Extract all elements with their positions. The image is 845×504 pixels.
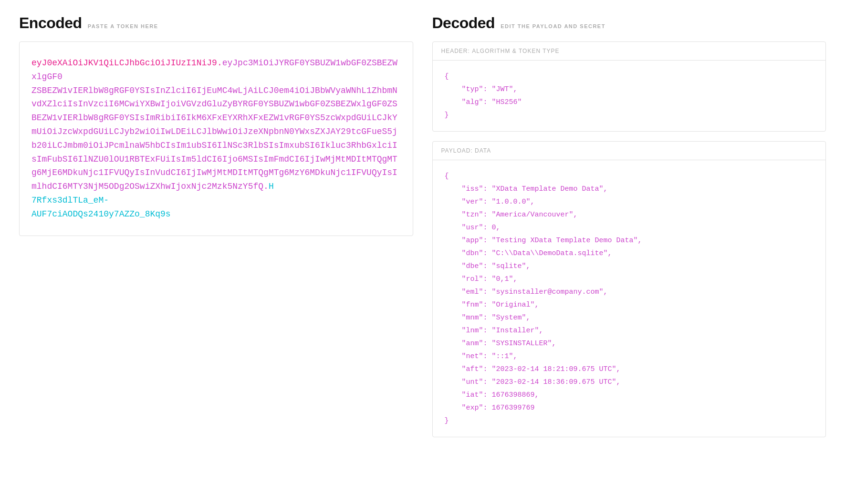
payload-iat-key: "iat" (462, 391, 483, 399)
payload-dbe-value: "sqlite", (492, 262, 531, 270)
payload-iss-key: "iss" (462, 185, 483, 193)
decoded-title: Decoded (432, 14, 495, 32)
encoded-header: Encoded PASTE A TOKEN HERE (19, 14, 413, 32)
payload-tzn-value: "America/Vancouver", (492, 211, 578, 219)
payload-net-value: "::1", (492, 352, 518, 360)
token-payload-part: eyJpc3MiOiJYRGF0YSBUZW1wbGF0ZSBEZWxlgGF0… (31, 58, 397, 191)
payload-app-key: "app" (462, 237, 483, 245)
payload-section: PAYLOAD: DATA { "iss": "XData Template D… (432, 141, 826, 437)
encoded-panel: Encoded PASTE A TOKEN HERE eyJ0eXAiOiJKV… (19, 14, 413, 490)
payload-rol-key: "rol" (462, 275, 483, 283)
decoded-panel: Decoded EDIT THE PAYLOAD AND SECRET HEAD… (432, 14, 826, 490)
header-open-brace: { (445, 72, 449, 81)
payload-aft-value: "2023-02-14 18:21:09.675 UTC", (492, 365, 621, 373)
payload-anm-value: "SYSINSTALLER", (492, 339, 556, 348)
payload-usr-key: "usr" (462, 224, 483, 232)
header-colon-2: : (483, 98, 492, 106)
payload-anm-key: "anm" (462, 339, 483, 348)
payload-net-key: "net" (462, 352, 483, 360)
payload-lnm-key: "lnm" (462, 327, 483, 335)
decoded-subtitle: EDIT THE PAYLOAD AND SECRET (501, 23, 605, 29)
payload-ver-key: "ver" (462, 198, 483, 206)
decoded-header: Decoded EDIT THE PAYLOAD AND SECRET (432, 14, 826, 32)
payload-unt-key: "unt" (462, 378, 483, 386)
encoded-token-box[interactable]: eyJ0eXAiOiJKV1QiLCJhbGciOiJIUzI1NiJ9.eyJ… (19, 41, 413, 236)
payload-exp-key: "exp" (462, 404, 483, 412)
payload-section-label: PAYLOAD: DATA (433, 142, 826, 160)
payload-unt-value: "2023-02-14 18:36:09.675 UTC", (492, 378, 621, 386)
payload-section-body[interactable]: { "iss": "XData Template Demo Data", "ve… (433, 160, 826, 437)
payload-rol-value: "0,1", (492, 275, 518, 283)
payload-close-brace: } (445, 417, 449, 425)
header-section-label: HEADER: ALGORITHM & TOKEN TYPE (433, 42, 826, 61)
payload-eml-value: "sysinstaller@company.com", (492, 288, 608, 296)
payload-iss-value: "XData Template Demo Data", (492, 185, 608, 193)
payload-sublabel: DATA (475, 147, 491, 154)
payload-label: PAYLOAD: (441, 147, 473, 154)
header-sublabel: ALGORITHM & TOKEN TYPE (472, 48, 559, 54)
encoded-title: Encoded (19, 14, 82, 32)
header-colon-1: : (483, 85, 492, 93)
header-alg-key: "alg" (462, 98, 483, 106)
header-alg-value: "HS256" (492, 98, 522, 106)
payload-lnm-value: "Installer", (492, 327, 543, 335)
payload-ver-value: "1.0.0.0", (492, 198, 535, 206)
header-close-brace: } (445, 111, 449, 119)
header-section-body[interactable]: { "typ": "JWT", "alg": "HS256" } (433, 61, 826, 131)
payload-iat-value: 1676398869 (492, 391, 535, 399)
payload-tzn-key: "tzn" (462, 211, 483, 219)
encoded-subtitle: PASTE A TOKEN HERE (88, 23, 158, 29)
payload-mnm-key: "mnm" (462, 314, 483, 322)
payload-usr-value: 0 (492, 224, 496, 232)
payload-dbn-key: "dbn" (462, 249, 483, 257)
token-dot-2: . (263, 182, 269, 191)
header-section: HEADER: ALGORITHM & TOKEN TYPE { "typ": … (432, 41, 826, 132)
payload-mnm-value: "System", (492, 314, 531, 322)
payload-exp-value: 1676399769 (492, 404, 535, 412)
payload-fnm-value: "Original", (492, 301, 539, 309)
header-typ-value: "JWT", (492, 85, 518, 93)
token-dot-1: . (217, 58, 222, 68)
payload-dbe-key: "dbe" (462, 262, 483, 270)
payload-eml-key: "eml" (462, 288, 483, 296)
payload-app-value: "Testing XData Template Demo Data", (492, 237, 642, 245)
token-header-part: eyJ0eXAiOiJKV1QiLCJhbGciOiJIUzI1NiJ9 (31, 58, 217, 68)
header-label: HEADER: (441, 48, 470, 54)
payload-fnm-key: "fnm" (462, 301, 483, 309)
header-typ-key: "typ" (462, 85, 483, 93)
payload-aft-key: "aft" (462, 365, 483, 373)
payload-open-brace: { (445, 172, 449, 180)
payload-dbn-value: "C:\\Data\\DemoData.sqlite", (492, 249, 612, 257)
